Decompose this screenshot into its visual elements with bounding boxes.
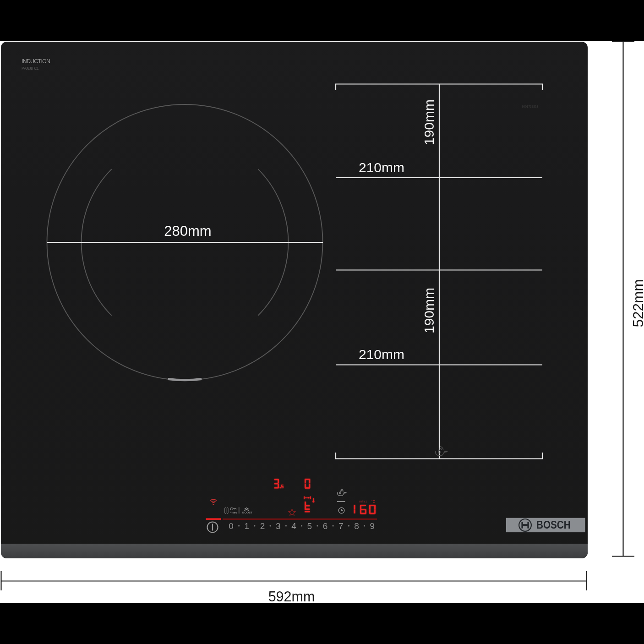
svg-text:190mm: 190mm: [421, 99, 437, 145]
svg-text:2: 2: [260, 521, 265, 531]
svg-text:INDUCTION: INDUCTION: [22, 58, 50, 65]
svg-text:522mm: 522mm: [630, 279, 644, 327]
svg-text:1: 1: [245, 521, 250, 531]
svg-text:4 sec: 4 sec: [230, 511, 237, 514]
svg-text:8: 8: [354, 521, 359, 531]
svg-text:6: 6: [323, 521, 328, 531]
svg-text:210mm: 210mm: [359, 347, 404, 362]
svg-text:280mm: 280mm: [164, 223, 211, 239]
svg-text:PVJ631HC1: PVJ631HC1: [22, 66, 39, 71]
svg-text:3: 3: [276, 521, 281, 531]
svg-text:592mm: 592mm: [268, 589, 315, 604]
svg-text:210mm: 210mm: [359, 160, 404, 175]
svg-text:7: 7: [338, 521, 344, 531]
svg-text:9: 9: [370, 521, 375, 531]
svg-text:190mm: 190mm: [421, 288, 437, 333]
svg-text:BOOST: BOOST: [242, 511, 252, 514]
svg-text:5: 5: [307, 521, 312, 531]
svg-text:min:s: min:s: [359, 499, 367, 503]
svg-text:9001739813: 9001739813: [522, 105, 539, 108]
svg-text:°C: °C: [371, 499, 376, 504]
svg-text:4: 4: [291, 521, 296, 531]
svg-text:0: 0: [229, 521, 234, 531]
svg-text:BOSCH: BOSCH: [536, 519, 571, 531]
